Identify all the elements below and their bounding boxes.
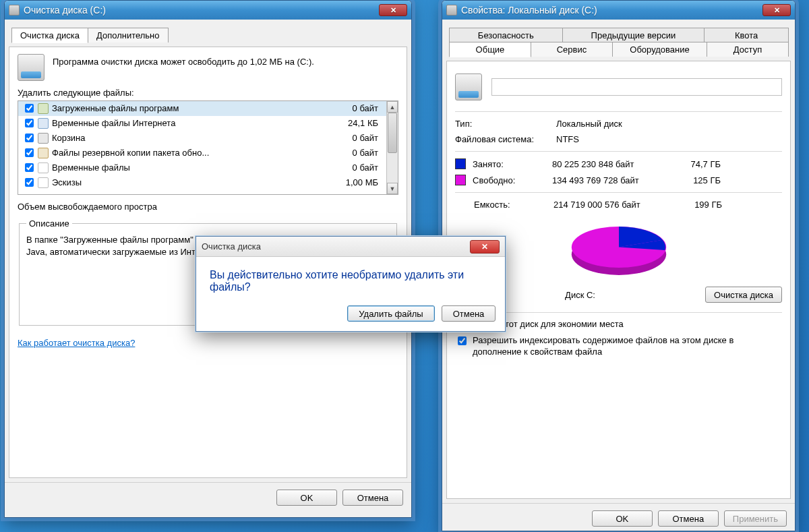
tab-general[interactable]: Общие: [449, 42, 531, 57]
file-name: Файлы резервной копии пакета обно...: [52, 148, 328, 158]
confirm-message: Вы действительно хотите необратимо удали…: [196, 257, 505, 300]
file-row[interactable]: Загруженные файлы программ 0 байт: [18, 101, 386, 116]
file-size: 0 байт: [328, 162, 382, 173]
cleanup-intro-text: Программа очистки диска может освободить…: [53, 54, 314, 67]
thumbnail-icon: [38, 177, 49, 188]
confirm-title: Очистка диска: [202, 241, 261, 252]
close-button[interactable]: ✕: [470, 240, 500, 254]
file-size: 0 байт: [328, 133, 382, 143]
file-row[interactable]: Временные файлы Интернета 24,1 КБ: [18, 116, 386, 131]
file-checkbox[interactable]: [25, 104, 34, 113]
cancel-button[interactable]: Отмена: [442, 305, 496, 322]
cancel-button[interactable]: Отмена: [342, 490, 403, 506]
scroll-thumb[interactable]: [388, 113, 397, 153]
file-row[interactable]: Временные файлы 0 байт: [18, 160, 386, 175]
used-color-swatch: [455, 158, 466, 169]
file-name: Временные файлы: [52, 162, 328, 173]
apply-button[interactable]: Применить: [724, 510, 787, 527]
file-size: 1,00 МБ: [328, 177, 382, 187]
cleanup-titlebar[interactable]: Очистка диска (C:) ✕: [5, 1, 411, 20]
file-checkbox[interactable]: [25, 148, 34, 157]
file-name: Загруженные файлы программ: [52, 103, 328, 113]
properties-titlebar[interactable]: Свойства: Локальный диск (C:) ✕: [442, 1, 795, 20]
cleanup-tabs: Очистка диска Дополнительно: [11, 28, 404, 42]
how-cleanup-works-link[interactable]: Как работает очистка диска?: [18, 338, 135, 348]
file-name: Эскизы: [52, 177, 328, 187]
ok-button[interactable]: OK: [276, 490, 337, 506]
file-checkbox[interactable]: [25, 119, 34, 127]
freed-space-label: Объем высвобождаемого простра: [18, 202, 157, 212]
free-color-swatch: [455, 175, 466, 185]
tab-security[interactable]: Безопасность: [449, 28, 563, 42]
tab-service[interactable]: Сервис: [531, 42, 613, 57]
confirm-delete-dialog: Очистка диска ✕ Вы действительно хотите …: [196, 236, 506, 332]
drive-icon: [446, 5, 457, 16]
file-size: 0 байт: [328, 103, 382, 113]
filesystem-label: Файловая система:: [455, 134, 556, 144]
close-button[interactable]: ✕: [762, 4, 791, 16]
used-label: Занято:: [473, 159, 552, 169]
folder-icon: [38, 103, 49, 114]
delete-following-label: Удалить следующие файлы:: [18, 88, 398, 98]
index-label: Разрешить индексировать содержимое файло…: [473, 335, 782, 358]
recycle-bin-icon: [38, 133, 49, 144]
filesystem-value: NTFS: [556, 134, 579, 144]
type-label: Тип:: [455, 119, 556, 129]
description-legend: Описание: [26, 218, 72, 229]
tab-hardware[interactable]: Оборудование: [612, 42, 707, 57]
delete-files-button[interactable]: Удалить файлы: [347, 305, 435, 322]
properties-title: Свойства: Локальный диск (C:): [461, 5, 597, 16]
disk-cleanup-button[interactable]: Очистка диска: [705, 287, 782, 303]
tab-cleanup[interactable]: Очистка диска: [11, 28, 88, 43]
tab-quota[interactable]: Квота: [704, 28, 789, 42]
tab-additional[interactable]: Дополнительно: [88, 28, 169, 42]
file-checkbox[interactable]: [25, 178, 34, 187]
file-size: 0 байт: [328, 148, 382, 158]
close-button[interactable]: ✕: [379, 4, 407, 16]
free-bytes: 134 493 769 728 байт: [552, 175, 673, 185]
capacity-pie-chart: [558, 216, 680, 284]
cleanup-dialog-buttons: OK Отмена: [5, 483, 411, 512]
file-list-scrollbar[interactable]: ▲ ▼: [386, 101, 398, 194]
confirm-titlebar[interactable]: Очистка диска ✕: [196, 237, 505, 257]
capacity-label: Емкость:: [474, 200, 553, 210]
capacity-human: 199 ГБ: [675, 200, 722, 210]
free-human: 125 ГБ: [673, 175, 721, 185]
properties-dialog-buttons: OK Отмена Применить: [442, 504, 795, 532]
file-name: Корзина: [52, 133, 328, 143]
ie-cache-icon: [38, 118, 49, 129]
capacity-bytes: 214 719 000 576 байт: [553, 200, 675, 210]
drive-large-icon: [455, 73, 482, 100]
disk-cleanup-icon: [9, 5, 20, 16]
ok-button[interactable]: OK: [592, 510, 653, 527]
used-bytes: 80 225 230 848 байт: [552, 159, 673, 169]
cancel-button[interactable]: Отмена: [658, 510, 719, 527]
file-list: Загруженные файлы программ 0 байт Времен…: [18, 100, 398, 195]
file-row[interactable]: Эскизы 1,00 МБ: [18, 175, 386, 190]
tab-previous-versions[interactable]: Предыдущие версии: [562, 28, 705, 42]
cleanup-title: Очистка диска (C:): [24, 5, 106, 16]
scroll-up-icon[interactable]: ▲: [387, 101, 398, 113]
free-label: Свободно:: [473, 175, 552, 185]
used-human: 74,7 ГБ: [673, 159, 721, 169]
file-row[interactable]: Корзина 0 байт: [18, 131, 386, 146]
file-checkbox[interactable]: [25, 134, 34, 142]
volume-label-input[interactable]: [491, 78, 782, 96]
scroll-down-icon[interactable]: ▼: [387, 183, 398, 194]
backup-icon: [38, 148, 49, 158]
index-checkbox[interactable]: [458, 336, 467, 345]
type-value: Локальный диск: [556, 119, 622, 129]
temp-file-icon: [38, 162, 49, 173]
file-row[interactable]: Файлы резервной копии пакета обно... 0 б…: [18, 146, 386, 160]
file-size: 24,1 КБ: [328, 118, 382, 128]
tab-access[interactable]: Доступ: [707, 42, 789, 57]
file-name: Временные файлы Интернета: [52, 118, 328, 128]
disk-icon: [18, 54, 44, 81]
file-checkbox[interactable]: [25, 163, 34, 172]
